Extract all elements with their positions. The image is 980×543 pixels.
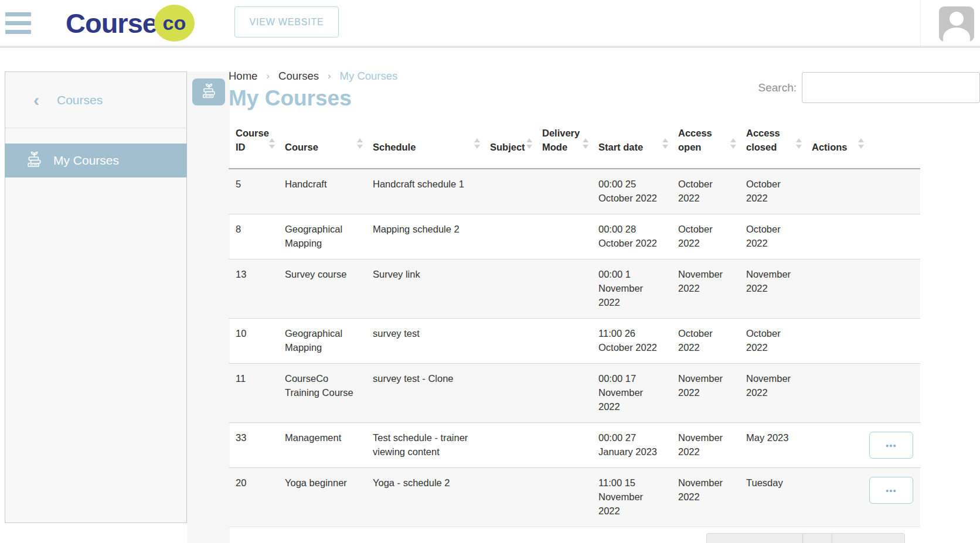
search-label: Search:	[758, 81, 797, 94]
hamburger-menu-icon[interactable]	[5, 12, 31, 34]
cell-access-closed: November 2022	[739, 364, 805, 423]
sort-icon	[858, 138, 864, 149]
books-sprout-icon	[25, 151, 43, 170]
cell-start-date: 00:00 25 October 2022	[591, 169, 671, 214]
column-header-course-id[interactable]: Course ID	[229, 120, 278, 169]
ellipsis-icon: •••	[886, 486, 897, 496]
cell-actions	[805, 259, 920, 319]
cell-course: Yoga beginner	[278, 468, 366, 527]
cell-actions	[805, 214, 920, 259]
courses-table: Course ID Course Schedule Subject Delive…	[229, 120, 920, 527]
cell-schedule: survey test	[366, 319, 483, 364]
cell-course: Geographical Mapping	[278, 214, 366, 259]
cell-access-open: November 2022	[671, 364, 739, 423]
cell-subject	[483, 319, 535, 364]
cell-subject	[483, 259, 535, 319]
cell-access-open: November 2022	[671, 259, 739, 319]
breadcrumb-my-courses: My Courses	[340, 69, 398, 83]
sort-icon	[474, 138, 480, 149]
cell-delivery-mode	[535, 319, 591, 364]
cell-schedule: Test schedule - trainer viewing content	[366, 423, 483, 468]
cell-course: Geographical Mapping	[278, 319, 366, 364]
cell-course-id: 5	[229, 169, 278, 214]
search-input[interactable]	[802, 72, 980, 103]
next-page-button[interactable]: Next →	[832, 534, 904, 543]
sort-icon	[730, 138, 736, 149]
top-bar: Course co VIEW WEBSITE	[0, 0, 980, 46]
cell-start-date: 00:00 27 January 2023	[591, 423, 671, 468]
cell-course-id: 11	[229, 364, 278, 423]
table-row: 13 Survey course Survey link 00:00 1 Nov…	[229, 259, 920, 319]
courses-rail-icon-button[interactable]	[192, 78, 225, 105]
cell-access-closed: October 2022	[739, 319, 805, 364]
cell-delivery-mode	[535, 214, 591, 259]
column-header-actions[interactable]: Actions	[805, 120, 920, 169]
table-row: 8 Geographical Mapping Mapping schedule …	[229, 214, 920, 259]
cell-subject	[483, 214, 535, 259]
cell-course: Survey course	[278, 259, 366, 319]
view-website-button[interactable]: VIEW WEBSITE	[234, 6, 339, 37]
column-header-access-closed[interactable]: Access closed	[739, 120, 805, 169]
sidebar-section-label: Courses	[57, 93, 103, 107]
cell-start-date: 00:00 1 November 2022	[591, 259, 671, 319]
row-actions-button[interactable]: •••	[869, 477, 913, 504]
table-row: 33 Management Test schedule - trainer vi…	[229, 423, 920, 468]
column-header-access-open[interactable]: Access open	[671, 120, 739, 169]
cell-subject	[483, 468, 535, 527]
topbar-divider	[920, 0, 921, 46]
table-footer: Showing 1 to 7 of 7 entries ← Previous 1…	[229, 533, 920, 543]
books-sprout-icon	[200, 83, 217, 101]
ellipsis-icon: •••	[886, 440, 897, 450]
cell-subject	[483, 364, 535, 423]
breadcrumb-home[interactable]: Home	[229, 69, 257, 83]
cell-access-open: November 2022	[671, 468, 739, 527]
chevron-right-icon: ›	[266, 69, 270, 83]
cell-course-id: 10	[229, 319, 278, 364]
cell-actions	[805, 169, 920, 214]
cell-access-closed: May 2023	[739, 423, 805, 468]
column-header-course[interactable]: Course	[278, 120, 366, 169]
cell-delivery-mode	[535, 423, 591, 468]
cell-course: Management	[278, 423, 366, 468]
sidebar: ‹ Courses My Courses	[5, 71, 187, 523]
page-number-button[interactable]: 1	[802, 534, 832, 543]
avatar-person-icon	[950, 12, 964, 26]
cell-access-open: October 2022	[671, 214, 739, 259]
cell-schedule: Handcraft schedule 1	[366, 169, 483, 214]
column-header-start-date[interactable]: Start date	[591, 120, 671, 169]
cell-actions: •••	[805, 423, 920, 468]
cell-access-open: November 2022	[671, 423, 739, 468]
sort-icon	[357, 138, 363, 149]
cell-start-date: 00:00 17 November 2022	[591, 364, 671, 423]
sidebar-back-button[interactable]: ‹ Courses	[5, 72, 186, 128]
cell-delivery-mode	[535, 169, 591, 214]
breadcrumb-courses[interactable]: Courses	[278, 69, 319, 83]
chevron-right-icon: ›	[328, 69, 331, 83]
sidebar-item-my-courses[interactable]: My Courses	[5, 144, 187, 177]
cell-access-closed: Tuesday	[739, 468, 805, 527]
search-bar: Search:	[758, 72, 980, 103]
pagination: ← Previous 1 Next →	[706, 533, 905, 543]
cell-schedule: survey test - Clone	[366, 364, 483, 423]
cell-course-id: 13	[229, 259, 278, 319]
cell-course: CourseCo Training Course	[278, 364, 366, 423]
column-header-schedule[interactable]: Schedule	[366, 120, 483, 169]
cell-delivery-mode	[535, 259, 591, 319]
cell-course-id: 33	[229, 423, 278, 468]
sidebar-item-label: My Courses	[53, 153, 119, 168]
cell-start-date: 11:00 26 October 2022	[591, 319, 671, 364]
cell-delivery-mode	[535, 364, 591, 423]
row-actions-button[interactable]: •••	[869, 432, 913, 459]
previous-page-button[interactable]: ← Previous	[707, 534, 802, 543]
cell-subject	[483, 169, 535, 214]
courseco-logo[interactable]: Course co	[66, 4, 195, 42]
cell-start-date: 00:00 28 October 2022	[591, 214, 671, 259]
cell-schedule: Yoga - schedule 2	[366, 468, 483, 527]
logo-badge: co	[154, 5, 195, 42]
cell-actions	[805, 319, 920, 364]
column-header-delivery-mode[interactable]: Delivery Mode	[535, 120, 591, 169]
user-avatar[interactable]	[939, 6, 974, 42]
table-row: 5 Handcraft Handcraft schedule 1 00:00 2…	[229, 169, 920, 214]
column-header-subject[interactable]: Subject	[483, 120, 535, 169]
cell-access-closed: November 2022	[739, 259, 805, 319]
